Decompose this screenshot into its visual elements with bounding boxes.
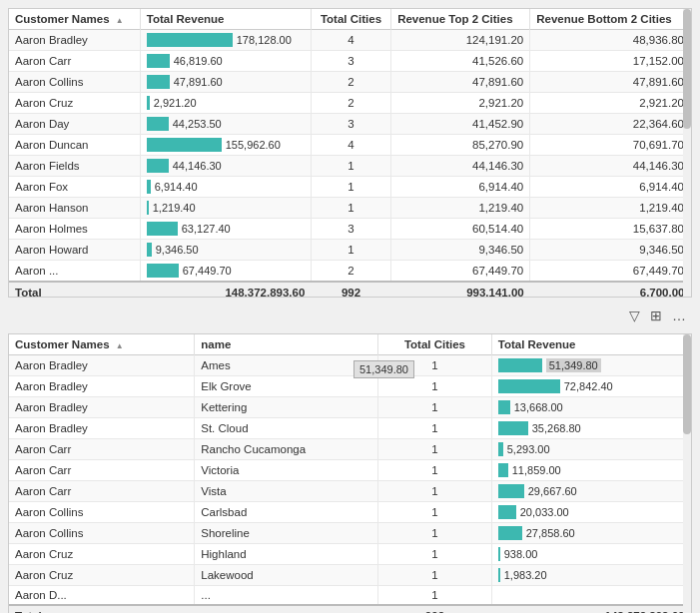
cell-total-cities: 1 [311,198,390,219]
revenue-bar [498,379,560,393]
col-total-cities[interactable]: Total Cities [311,9,390,30]
cell-city-name: Highland [195,544,378,565]
bottom-table: Customer Names ▲ name Total Cities Total… [9,334,691,613]
bot-total-revenue: 148,372,893.60 [491,605,690,613]
table-row: Aaron Bradley 178,128.00 4 124,191.20 48… [9,30,691,51]
cell-customer-name: Aaron Collins [9,72,140,93]
col-revenue-top2[interactable]: Revenue Top 2 Cities [391,9,530,30]
revenue-value: 20,033.00 [520,506,569,518]
cell-total-revenue: 44,146.30 [140,156,311,177]
cell-city-name: Ames [195,355,378,376]
table-row: Aaron ... 67,449.70 2 67,449.70 67,449.7… [9,261,691,283]
cell-revenue-bottom2: 1,219.40 [530,198,691,219]
cell-total-revenue: 178,128.00 [140,30,311,51]
top-scrollbar-track[interactable] [683,9,691,297]
bot-col-customer-names[interactable]: Customer Names ▲ [9,334,195,355]
bot-col-total-cities[interactable]: Total Cities [378,334,492,355]
cell-total-cities: 1 [378,418,492,439]
table-row: Aaron Fox 6,914.40 1 6,914.40 6,914.40 [9,177,691,198]
cell-total-cities: 1 [378,502,492,523]
col-total-revenue[interactable]: Total Revenue [140,9,311,30]
bot-total-row: Total 992 148,372,893.60 [9,605,691,613]
revenue-value: 5,293.00 [507,443,550,455]
cell-total-revenue: 63,127.40 [140,219,311,240]
cell-city-name: Rancho Cucamonga [195,439,378,460]
cell-total-revenue: 51,349.80 [491,355,690,376]
cell-total-cities: 1 [378,460,492,481]
table-icon[interactable]: ⊞ [650,307,662,323]
cell-customer-name: Aaron Carr [9,439,195,460]
cell-total-cities: 4 [311,30,390,51]
cell-total-revenue: 46,819.60 [140,51,311,72]
cell-customer-name: Aaron Carr [9,481,195,502]
cell-revenue-top2: 9,346.50 [391,240,530,261]
cell-total-cities: 1 [311,177,390,198]
revenue-bar [147,201,149,215]
cell-customer-name: Aaron Bradley [9,418,195,439]
table-row: Aaron Duncan 155,962.60 4 85,270.90 70,6… [9,135,691,156]
cell-total-cities: 3 [311,114,390,135]
bot-col-name[interactable]: name [195,334,378,355]
revenue-bar [147,96,150,110]
col-revenue-bottom2[interactable]: Revenue Bottom 2 Cities [530,9,691,30]
revenue-bar [498,442,503,456]
cell-customer-name: Aaron Day [9,114,140,135]
col-customer-names[interactable]: Customer Names ▲ [9,9,140,30]
revenue-value: 29,667.60 [528,485,577,497]
revenue-bar [498,526,522,540]
bot-col-total-revenue[interactable]: Total Revenue [491,334,690,355]
cell-customer-name: Aaron Bradley [9,30,140,51]
cell-total-revenue: 11,859.00 [491,460,690,481]
revenue-value: 155,962.60 [226,139,281,151]
cell-customer-name: Aaron Bradley [9,355,195,376]
cell-total-revenue: 1,219.40 [140,198,311,219]
table-row: Aaron Carr Rancho Cucamonga 1 5,293.00 [9,439,691,460]
revenue-bar [498,505,516,519]
revenue-bar [147,33,233,47]
top-scrollbar-thumb[interactable] [683,9,691,129]
bot-scrollbar-track[interactable] [683,334,691,613]
cell-customer-name: Aaron Fields [9,156,140,177]
filter-icon[interactable]: ▽ [629,307,640,323]
table-row: Aaron Bradley Kettering 1 13,668.00 [9,397,691,418]
cell-total-cities: 1 [378,376,492,397]
table-row: Aaron Day 44,253.50 3 41,452.90 22,364.6… [9,114,691,135]
cell-revenue-top2: 41,526.60 [391,51,530,72]
top-panel: Customer Names ▲ Total Revenue Total Cit… [8,8,692,298]
cell-total-revenue: 47,891.60 [140,72,311,93]
cell-revenue-top2: 41,452.90 [391,114,530,135]
cell-revenue-bottom2: 22,364.60 [530,114,691,135]
top-table: Customer Names ▲ Total Revenue Total Cit… [9,9,691,297]
cell-total-cities: 1 [378,586,492,606]
revenue-value: 1,983.20 [504,569,547,581]
bot-scrollbar-thumb[interactable] [683,334,691,434]
revenue-bar [147,159,169,173]
cell-revenue-top2: 1,219.40 [391,198,530,219]
more-icon[interactable]: … [672,307,686,323]
revenue-value: 938.00 [504,548,538,560]
revenue-value: 44,253.50 [173,118,222,130]
bottom-table-body: Aaron Bradley Ames 1 51,349.80 Aaron Bra… [9,355,691,606]
cell-revenue-bottom2: 70,691.70 [530,135,691,156]
revenue-bar [147,75,170,89]
cell-total-revenue: 27,858.60 [491,523,690,544]
table-row: Aaron Cruz Highland 1 938.00 [9,544,691,565]
cell-revenue-bottom2: 15,637.80 [530,219,691,240]
cell-city-name: Elk Grove [195,376,378,397]
cell-city-name: Lakewood [195,565,378,586]
cell-total-revenue: 29,667.60 [491,481,690,502]
bot-total-cities: 992 [378,605,492,613]
cell-total-revenue [491,586,690,606]
table-row: Aaron Carr Victoria 1 11,859.00 [9,460,691,481]
cell-total-revenue: 72,842.40 [491,376,690,397]
cell-customer-name: Aaron Holmes [9,219,140,240]
top-table-header-row: Customer Names ▲ Total Revenue Total Cit… [9,9,691,30]
bottom-table-header-row: Customer Names ▲ name Total Cities Total… [9,334,691,355]
cell-total-revenue: 155,962.60 [140,135,311,156]
table-row: Aaron Holmes 63,127.40 3 60,514.40 15,63… [9,219,691,240]
cell-revenue-bottom2: 9,346.50 [530,240,691,261]
revenue-bar [498,400,510,414]
top-total-label: Total [9,282,140,297]
revenue-value: 2,921.20 [154,97,197,109]
table-row: Aaron Howard 9,346.50 1 9,346.50 9,346.5… [9,240,691,261]
